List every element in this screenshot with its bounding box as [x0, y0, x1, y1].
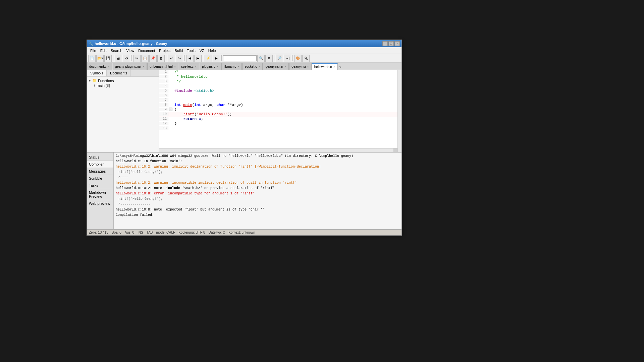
tab-helloworld-c[interactable]: helloworld.c ×: [312, 63, 338, 70]
bottom-tab-markdown[interactable]: Markdown Preview: [87, 189, 113, 200]
line-code: {: [172, 108, 177, 112]
paste-button[interactable]: 📌: [149, 55, 157, 62]
bottom-tab-scribble[interactable]: Scribble: [87, 175, 113, 182]
print-button[interactable]: 🖨: [115, 55, 122, 62]
tree-expand-icon: ▼: [88, 79, 91, 82]
search-input[interactable]: [223, 55, 257, 61]
panel-tab-documents[interactable]: Documents: [107, 70, 131, 76]
bottom-panel: Status Compiler Messages Scribble Tasks …: [87, 152, 401, 229]
tab-close-plugins[interactable]: ×: [216, 65, 219, 68]
line-number: 13: [159, 126, 168, 130]
tab-geany-nsi[interactable]: geany.nsi ×: [289, 63, 311, 70]
app-window: 🔧 helloworld.c - C:\tmp\hello-geany - Ge…: [87, 40, 402, 236]
code-line-6: 6: [159, 94, 397, 98]
tab-geany-plugins-nsi[interactable]: geany-plugins.nsi ×: [113, 63, 147, 70]
bottom-tab-web[interactable]: Web preview: [87, 200, 113, 207]
search-close-button[interactable]: ×: [265, 55, 273, 62]
search-button[interactable]: 🔍: [257, 55, 265, 62]
cut-button[interactable]: ✂: [133, 55, 141, 62]
editor-scrollbar[interactable]: [397, 70, 401, 152]
line-code: [172, 84, 177, 88]
code-line-2: 2 * helloworld.c: [159, 75, 397, 79]
menu-vz[interactable]: VZ: [198, 48, 206, 53]
prefs-button[interactable]: ⚙: [123, 55, 130, 62]
menu-edit[interactable]: Edit: [98, 48, 109, 53]
code-editor[interactable]: 1 /* 2 * helloworld.c 3 */: [159, 70, 397, 148]
tab-close-socket[interactable]: ×: [258, 65, 260, 68]
tab-libman-c[interactable]: libman.c ×: [221, 63, 242, 70]
line-code: return 0;: [172, 117, 203, 121]
tabs-overflow-arrow[interactable]: »: [338, 65, 343, 70]
bottom-tab-status[interactable]: Status: [87, 154, 113, 161]
code-line-10: 10 rintf("Hello Geany!");: [159, 112, 397, 117]
tab-socket-c[interactable]: socket.c ×: [242, 63, 263, 70]
menu-tools[interactable]: Tools: [185, 48, 198, 53]
tab-plugins-c[interactable]: plugins.c ×: [200, 63, 221, 70]
menu-view[interactable]: View: [124, 48, 137, 53]
toolbar-sep1: [113, 55, 113, 61]
tree-root-functions[interactable]: ▼ 📁 Functions: [88, 78, 157, 83]
menu-file[interactable]: File: [88, 48, 98, 53]
redo-button[interactable]: ↪: [176, 55, 183, 62]
undo-button[interactable]: ↩: [168, 55, 175, 62]
bottom-tab-compiler[interactable]: Compiler: [87, 161, 113, 168]
fold-icon-9[interactable]: -: [168, 108, 172, 111]
save-button[interactable]: 💾: [104, 55, 112, 62]
menu-project[interactable]: Project: [157, 48, 172, 53]
tab-close-geany-nsi[interactable]: ×: [307, 65, 309, 68]
tab-speller-c[interactable]: speller.c ×: [179, 63, 199, 70]
toolbar-sep4: [184, 55, 185, 61]
delete-button[interactable]: 🗑: [157, 55, 165, 62]
menu-help[interactable]: Help: [206, 48, 218, 53]
tab-label: speller.c: [181, 65, 194, 68]
function-icon: ƒ: [94, 83, 96, 87]
new-button[interactable]: 📄: [88, 55, 96, 62]
plugin-button[interactable]: 🔌: [302, 55, 310, 62]
tab-close-unbenannt[interactable]: ×: [174, 65, 176, 68]
copy-button[interactable]: 📋: [141, 55, 149, 62]
tab-close-speller[interactable]: ×: [195, 65, 197, 68]
tab-close-libman[interactable]: ×: [237, 65, 239, 68]
line-number: 8: [159, 103, 168, 107]
menu-build[interactable]: Build: [173, 48, 185, 53]
tab-close-document-c[interactable]: ×: [108, 65, 110, 68]
code-line-3: 3 */: [159, 79, 397, 84]
tab-geany-nsi-in[interactable]: geany.nsi.in ×: [263, 63, 289, 70]
compiler-line-8: helloworld.c:10:8: error: incompatible t…: [116, 191, 399, 196]
maximize-button[interactable]: □: [388, 41, 394, 46]
fold-bracket[interactable]: -: [169, 108, 172, 111]
goto-button[interactable]: →|: [284, 55, 291, 62]
tab-close-helloworld[interactable]: ×: [333, 65, 335, 68]
close-button[interactable]: ×: [394, 41, 400, 46]
panel-tab-symbols[interactable]: Symbols: [87, 70, 107, 76]
hscroll-track[interactable]: [159, 148, 393, 152]
line-code: #include <stdio.h>: [172, 89, 214, 93]
run-button[interactable]: ▶: [213, 55, 220, 62]
minimize-button[interactable]: _: [382, 41, 388, 46]
tab-label: socket.c: [245, 65, 257, 68]
tab-label: geany.nsi: [291, 65, 306, 68]
menu-search[interactable]: Search: [109, 48, 124, 53]
color-picker-button[interactable]: 🎨: [294, 55, 302, 62]
tab-close-geany-nsi-in[interactable]: ×: [284, 65, 286, 68]
status-ins: INS: [138, 231, 143, 234]
code-line-5: 5 #include <stdio.h>: [159, 89, 397, 94]
compile-button[interactable]: ⚡: [205, 55, 212, 62]
bottom-tab-tasks[interactable]: Tasks: [87, 182, 113, 189]
bottom-tabs: Status Compiler Messages Scribble Tasks …: [87, 153, 114, 229]
tab-document-c[interactable]: document.c ×: [87, 63, 112, 70]
status-mode: mode: CRLF: [156, 231, 175, 234]
nav-back-button[interactable]: ◀: [186, 55, 194, 62]
open-dropdown[interactable]: 📂▾: [96, 55, 104, 62]
compiler-line-12: Compilation failed.: [116, 213, 399, 218]
menu-document[interactable]: Document: [136, 48, 157, 53]
compiler-line-9: rintf("Hello Geany!");: [116, 197, 399, 201]
zoom-in-button[interactable]: 🔎: [276, 55, 283, 62]
toolbar-sep5: [203, 55, 203, 61]
nav-fwd-button[interactable]: ▶: [194, 55, 202, 62]
main-content: Symbols Documents ▼ 📁 Functions ƒ main […: [87, 70, 401, 152]
bottom-tab-messages[interactable]: Messages: [87, 168, 113, 175]
tree-item-main[interactable]: ƒ main [8]: [94, 83, 157, 88]
tab-unbenannt-html[interactable]: unbenannt.html ×: [147, 63, 178, 70]
tab-close-geany-plugins[interactable]: ×: [142, 65, 145, 68]
